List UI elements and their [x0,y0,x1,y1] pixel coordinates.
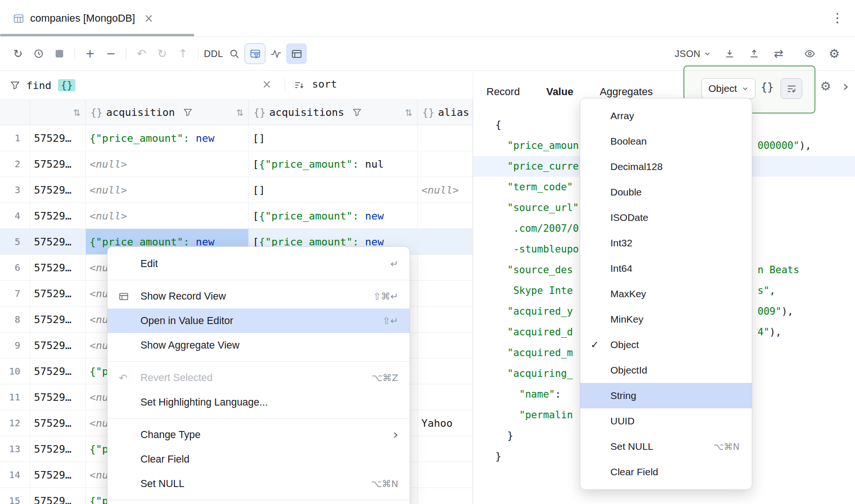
menu-item-change-type[interactable]: Change Type› [107,423,410,447]
type-menu-item-set-null[interactable]: Set NULL⌥⌘N [580,434,752,459]
tab-value[interactable]: Value [546,86,573,98]
delete-row-icon[interactable]: − [100,43,121,64]
cell-acquisition[interactable]: <null> [86,177,249,203]
row-number[interactable]: 2 [0,151,30,177]
kebab-menu-icon[interactable]: ⋮ [831,10,844,25]
menu-item-open-in-value-editor[interactable]: Open in Value Editor⇧↵ [107,309,410,333]
column-filter-icon[interactable] [183,108,192,117]
cell-alias[interactable] [418,203,473,228]
cell-acquisition[interactable]: <null> [86,203,249,228]
record-view-icon[interactable] [286,43,307,64]
cell-alias[interactable] [418,333,473,358]
row-number[interactable]: 5 [0,229,30,254]
cell-id[interactable]: 57529… [30,255,86,280]
header-corner[interactable] [0,100,30,125]
cell-alias[interactable] [418,229,473,254]
cell-id[interactable]: 57529… [30,229,86,254]
sort-widget-icon[interactable]: ⇅ [236,107,244,118]
cell-acquisitions[interactable]: [] [249,125,418,151]
cell-alias[interactable] [418,151,473,177]
type-menu-item-clear-field[interactable]: Clear Field [580,459,752,485]
submit-transfer-icon[interactable]: ⇄ [768,43,789,64]
cell-id[interactable]: 57529… [30,384,86,410]
column-filter-icon[interactable] [353,108,362,117]
menu-item-set-null[interactable]: Set NULL⌥⌘N [107,471,410,496]
header-acquisition[interactable]: {} acquisition ⇅ [86,100,249,125]
cell-alias[interactable] [418,125,473,151]
cell-alias[interactable] [418,462,473,488]
cell-id[interactable]: 57529… [30,177,86,203]
sort-widget-icon[interactable]: ⇅ [73,107,81,118]
cell-acquisitions[interactable]: [] [249,177,418,203]
import-upload-icon[interactable] [744,43,765,64]
close-icon[interactable]: × [144,12,154,25]
auto-refresh-clock-icon[interactable] [28,43,49,64]
row-number[interactable]: 3 [0,177,30,203]
export-download-icon[interactable] [719,43,740,64]
cell-alias[interactable]: <null> [418,177,473,203]
type-dropdown-button[interactable]: Object [701,78,756,99]
type-menu-item-int64[interactable]: Int64 [580,256,752,281]
type-menu-item-minkey[interactable]: MinKey [580,307,752,332]
row-number[interactable]: 14 [0,462,30,488]
cell-acquisitions[interactable]: [{"price_amount": nul [249,151,418,177]
cell-id[interactable]: 57529… [30,281,86,306]
cell-id[interactable]: 57529… [30,436,86,462]
cell-alias[interactable] [418,281,473,306]
menu-item-clear-field[interactable]: Clear Field [107,447,410,471]
row-number[interactable]: 7 [0,281,30,306]
menu-item-show-record-view[interactable]: Show Record View⇧⌘↵ [107,284,410,309]
cell-alias[interactable] [418,488,473,504]
type-menu-item-decimal128[interactable]: Decimal128 [580,154,752,179]
cell-id[interactable]: 57529… [30,358,86,384]
type-menu-item-double[interactable]: Double [580,179,752,205]
braces-toggle-icon[interactable]: {} [761,81,774,93]
type-menu-item-maxkey[interactable]: MaxKey [580,281,752,307]
cell-alias[interactable] [418,436,473,462]
row-number[interactable]: 10 [0,358,30,384]
row-number[interactable]: 8 [0,307,30,332]
ddl-button[interactable]: DDL [203,43,224,64]
eye-icon[interactable] [799,43,820,64]
cell-id[interactable]: 57529… [30,307,86,332]
row-number[interactable]: 4 [0,203,30,228]
cell-acquisitions[interactable]: [{"price_amount": new [249,203,418,228]
row-number[interactable]: 6 [0,255,30,280]
menu-item-set-highlighting-language[interactable]: Set Highlighting Language... [107,390,410,415]
chevron-right-icon[interactable]: › [843,77,849,95]
cell-alias[interactable]: Yahoo [418,410,473,436]
search-icon[interactable] [224,43,245,64]
row-number[interactable]: 9 [0,333,30,358]
cell-alias[interactable] [418,255,473,280]
cell-id[interactable]: 57529… [30,125,86,151]
cell-alias[interactable] [418,307,473,332]
sort-field[interactable]: sort [312,78,337,90]
tab-record[interactable]: Record [486,86,520,98]
stop-icon[interactable] [49,43,70,64]
menu-item-edit[interactable]: Edit↵ [107,252,410,276]
type-menu-item-array[interactable]: Array [580,103,752,129]
type-menu-item-int32[interactable]: Int32 [580,230,752,256]
type-menu-item-object[interactable]: ✓Object [580,332,752,358]
tab-aggregates[interactable]: Aggregates [600,86,653,98]
clear-find-icon[interactable]: × [262,78,271,91]
type-menu-item-uuid[interactable]: UUID [580,408,752,434]
cell-id[interactable]: 57529… [30,410,86,436]
cell-alias[interactable] [418,384,473,410]
chart-icon[interactable] [265,43,286,64]
cell-id[interactable]: 57529… [30,151,86,177]
row-number[interactable]: 15 [0,488,30,504]
menu-item-show-aggregate-view[interactable]: Show Aggregate View [107,333,410,358]
header-id-column[interactable]: ⇅ [30,100,86,125]
refresh-icon[interactable]: ↻ [8,43,28,64]
type-menu-item-string[interactable]: String [580,383,752,408]
header-acquisitions[interactable]: {} acquisitions ⇅ [249,100,418,125]
type-menu-item-isodate[interactable]: ISODate [580,205,752,230]
type-menu-item-objectid[interactable]: ObjectId [580,358,752,383]
cell-acquisition[interactable]: <null> [86,151,249,177]
add-row-icon[interactable]: + [80,43,100,64]
row-number[interactable]: 13 [0,436,30,462]
gear-icon[interactable]: ⚙ [824,43,845,64]
row-number[interactable]: 12 [0,410,30,436]
type-menu-item-boolean[interactable]: Boolean [580,129,752,154]
